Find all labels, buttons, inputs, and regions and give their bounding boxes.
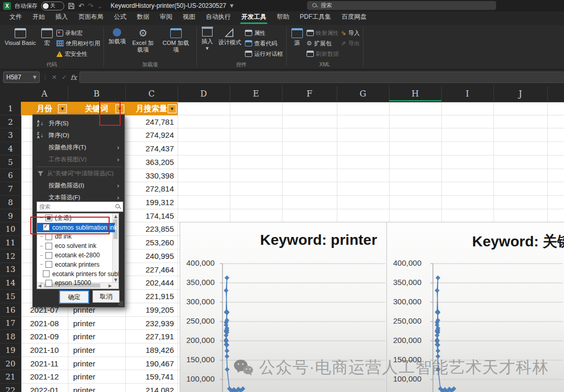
tab-1[interactable]: 文件 bbox=[4, 10, 27, 25]
cell-c22[interactable]: 214,082 bbox=[127, 386, 174, 392]
cell-c12[interactable]: 240,995 bbox=[127, 252, 174, 260]
cell-a18[interactable]: 2021-09 bbox=[21, 332, 68, 341]
cell-b21[interactable]: printer bbox=[73, 372, 96, 381]
cell-a22[interactable]: 2022-01 bbox=[21, 386, 68, 392]
cell-c18[interactable]: 227,191 bbox=[127, 332, 174, 341]
cell-c7[interactable]: 272,814 bbox=[127, 184, 174, 193]
tab-11[interactable]: 帮助 bbox=[272, 10, 295, 25]
row-header-10[interactable]: 10 bbox=[0, 222, 21, 236]
row-header-14[interactable]: 14 bbox=[0, 276, 21, 290]
filter-list-item-5[interactable]: ecotank et-2800 bbox=[37, 251, 115, 260]
cell-b20[interactable]: printer bbox=[73, 359, 96, 368]
cell-b22[interactable]: printer bbox=[73, 386, 96, 392]
checkbox-icon[interactable] bbox=[45, 243, 52, 250]
cell-c4[interactable]: 274,437 bbox=[127, 144, 174, 153]
column-header-A[interactable]: A bbox=[21, 86, 68, 101]
cell-a21[interactable]: 2021-12 bbox=[21, 372, 68, 381]
cell-c6[interactable]: 330,398 bbox=[127, 171, 174, 180]
column-header-E[interactable]: E bbox=[230, 86, 283, 101]
filter-button-1[interactable]: ▼ bbox=[58, 104, 67, 113]
cell-c16[interactable]: 199,205 bbox=[127, 305, 174, 314]
column-header-D[interactable]: D bbox=[178, 86, 230, 101]
cell-c21[interactable]: 159,741 bbox=[127, 372, 174, 381]
filter-search-input[interactable]: 搜索 bbox=[37, 201, 123, 212]
column-header-H[interactable]: H bbox=[389, 86, 442, 101]
name-box[interactable]: H587 ▼ bbox=[3, 72, 40, 83]
row-header-1[interactable]: 1 bbox=[0, 102, 21, 115]
row-header-13[interactable]: 13 bbox=[0, 263, 21, 277]
row-header-3[interactable]: 3 bbox=[0, 128, 21, 142]
tab-13[interactable]: 百度网盘 bbox=[336, 10, 372, 25]
row-header-11[interactable]: 11 bbox=[0, 236, 21, 250]
checkbox-icon[interactable] bbox=[45, 252, 52, 259]
cell-b17[interactable]: printer bbox=[73, 319, 96, 328]
visual-basic-button[interactable]: Visual Basic bbox=[3, 27, 38, 61]
macro-security-button[interactable]: 宏安全性 bbox=[56, 49, 100, 58]
macros-button[interactable]: 宏 bbox=[40, 27, 54, 61]
insert-control-button[interactable]: 插入 ▼ bbox=[200, 27, 215, 61]
row-header-16[interactable]: 16 bbox=[0, 303, 21, 317]
checkbox-icon[interactable] bbox=[45, 261, 52, 268]
formula-input[interactable] bbox=[79, 72, 564, 83]
cell-c17[interactable]: 232,939 bbox=[127, 319, 174, 328]
undo-icon[interactable]: ↶ bbox=[78, 3, 84, 9]
row-header-20[interactable]: 20 bbox=[0, 357, 21, 371]
filter-button-3[interactable]: ▼ bbox=[168, 104, 177, 113]
properties-button[interactable]: 属性 bbox=[245, 28, 283, 38]
tab-9[interactable]: 自动执行 bbox=[201, 10, 236, 25]
expansion-packs-button[interactable]: ⚙ 扩展包 bbox=[307, 39, 339, 48]
row-header-7[interactable]: 7 bbox=[0, 182, 21, 196]
cell-c19[interactable]: 189,426 bbox=[127, 346, 174, 354]
autosave-toggle[interactable]: 关 bbox=[41, 2, 64, 10]
cell-b18[interactable]: printer bbox=[73, 332, 96, 341]
row-header-5[interactable]: 5 bbox=[0, 156, 21, 169]
tab-4[interactable]: 页面布局 bbox=[73, 10, 109, 25]
row-header-21[interactable]: 21 bbox=[0, 370, 21, 384]
row-header-8[interactable]: 8 bbox=[0, 196, 21, 209]
tab-12[interactable]: PDF工具集 bbox=[295, 10, 336, 25]
tab-10[interactable]: 开发工具 bbox=[236, 10, 272, 25]
row-header-6[interactable]: 6 bbox=[0, 169, 21, 183]
filter-list-item-6[interactable]: ecotank printers bbox=[37, 260, 115, 269]
cell-b19[interactable]: printer bbox=[73, 346, 96, 354]
cell-a19[interactable]: 2021-10 bbox=[21, 346, 68, 354]
column-header-F[interactable]: F bbox=[282, 86, 337, 101]
cell-c3[interactable]: 274,924 bbox=[127, 130, 174, 139]
row-header-12[interactable]: 12 bbox=[0, 250, 21, 263]
resize-handle[interactable] bbox=[119, 301, 123, 306]
cell-c11[interactable]: 253,260 bbox=[127, 238, 174, 247]
menu-item-sort-descending[interactable]: ZA↓ 降序(O) bbox=[33, 129, 124, 141]
record-macro-button[interactable]: 录制宏 bbox=[56, 28, 100, 38]
ok-button[interactable]: 确定 bbox=[59, 290, 89, 304]
cell-c2[interactable]: 247,781 bbox=[127, 117, 174, 126]
menu-item-filter-by-color[interactable]: 按颜色筛选(I) › bbox=[33, 180, 124, 192]
tab-2[interactable]: 开始 bbox=[27, 10, 50, 25]
cell-c13[interactable]: 227,464 bbox=[127, 265, 174, 274]
column-header-C[interactable]: C bbox=[125, 86, 178, 101]
relative-references-button[interactable]: 使用相对引用 bbox=[56, 39, 100, 48]
cell-c20[interactable]: 190,467 bbox=[127, 359, 174, 368]
cell-c9[interactable]: 174,145 bbox=[127, 211, 174, 220]
cell-a17[interactable]: 2021-08 bbox=[21, 319, 68, 328]
cell-a20[interactable]: 2021-11 bbox=[21, 359, 68, 368]
checkbox-icon[interactable] bbox=[43, 270, 50, 277]
row-header-18[interactable]: 18 bbox=[0, 330, 21, 343]
cell-c5[interactable]: 363,205 bbox=[127, 158, 174, 167]
run-dialog-button[interactable]: 运行对话框 bbox=[245, 49, 283, 58]
filter-list-item-4[interactable]: eco solvent ink bbox=[37, 241, 115, 251]
cell-c14[interactable]: 202,444 bbox=[127, 278, 174, 287]
insert-function-icon[interactable]: fx bbox=[70, 74, 77, 81]
document-title[interactable]: KeywordHistory-printer(50)-US-20230527 bbox=[111, 2, 226, 9]
row-header-2[interactable]: 2 bbox=[0, 115, 21, 129]
filter-list-item-8[interactable]: epson 15000 bbox=[37, 279, 115, 288]
cell-c10[interactable]: 223,855 bbox=[127, 224, 174, 233]
tab-8[interactable]: 视图 bbox=[178, 10, 201, 25]
menu-item-sort-by-color[interactable]: 按颜色排序(T) › bbox=[33, 141, 124, 153]
tab-3[interactable]: 插入 bbox=[50, 10, 73, 25]
tab-5[interactable]: 公式 bbox=[109, 10, 132, 25]
cancel-button[interactable]: 取消 bbox=[92, 290, 120, 303]
com-addins-button[interactable]: COM 加载项 bbox=[159, 27, 193, 61]
import-button[interactable]: ⇘ 导入 bbox=[341, 28, 360, 38]
column-header-G[interactable]: G bbox=[337, 86, 390, 101]
excel-addins-button[interactable]: ⚙ Excel 加载项 bbox=[130, 27, 157, 61]
